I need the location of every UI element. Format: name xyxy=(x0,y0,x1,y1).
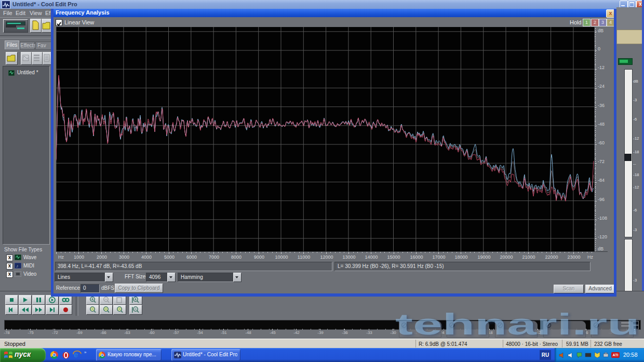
svg-text:♪: ♪ xyxy=(16,263,19,269)
